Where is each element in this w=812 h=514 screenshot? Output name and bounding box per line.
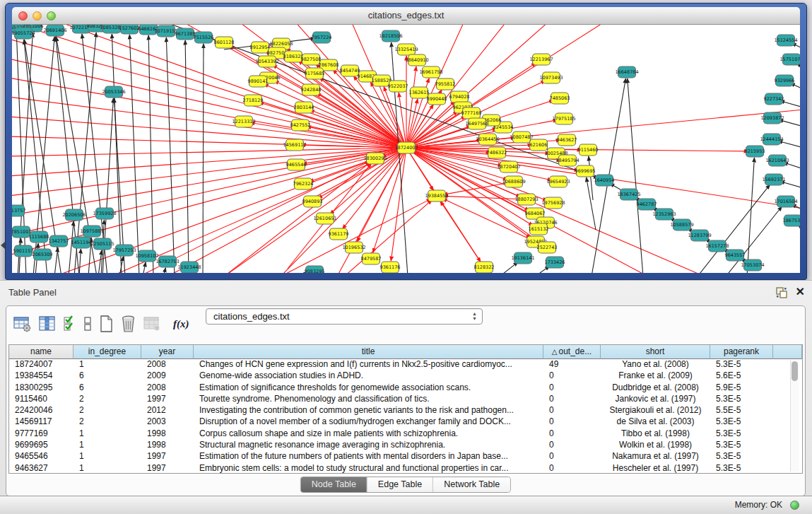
table-cell[interactable]: 5.3E-5 (710, 428, 773, 439)
delete-column-icon[interactable] (120, 315, 136, 333)
graph-node[interactable]: 2718129 (243, 95, 264, 106)
table-cell[interactable]: 5.3E-5 (710, 393, 773, 404)
table-row[interactable]: 977716911998Corpus callosum shape and si… (9, 428, 802, 439)
graph-node[interactable]: 16210643 (765, 155, 789, 166)
graph-node[interactable]: 17975185 (552, 113, 575, 124)
table-cell[interactable]: 19384554 (9, 370, 73, 381)
graph-node[interactable]: 15692371 (762, 174, 785, 185)
table-cell[interactable]: 5.3E-5 (710, 462, 773, 474)
scrollbar-thumb[interactable] (792, 361, 798, 381)
table-cell[interactable]: 5.3E-5 (710, 358, 773, 370)
table-row[interactable]: 1938455462009Genome-wide association stu… (9, 370, 802, 381)
graph-node[interactable]: 2065309 (33, 249, 53, 260)
table-cell[interactable]: Yano et al. (2008) (601, 358, 710, 370)
table-cell[interactable]: 2012 (141, 404, 194, 416)
panel-collapse-arrow-icon[interactable] (1, 242, 5, 249)
table-cell[interactable]: Tourette syndrome. Phenomenology and cla… (194, 393, 543, 404)
graph-node[interactable]: 19756928 (541, 197, 565, 209)
graph-node[interactable]: 12352963 (652, 209, 676, 220)
table-cell[interactable]: 1997 (141, 462, 194, 474)
table-cell[interactable]: 5.3E-5 (710, 450, 773, 462)
table-cell[interactable]: 6 (73, 382, 141, 393)
graph-node[interactable]: 16961758 (419, 66, 442, 78)
graph-node[interactable]: 1451194 (71, 237, 92, 248)
table-cell[interactable]: 2008 (141, 358, 194, 370)
table-cell[interactable]: Dudbridge et al. (2008) (601, 382, 710, 393)
graph-node[interactable]: 8479587 (361, 253, 382, 264)
graph-node[interactable]: 17016504 (774, 196, 797, 207)
graph-node[interactable]: 20364456 (476, 134, 499, 145)
table-cell[interactable]: 0 (543, 450, 601, 462)
graph-node[interactable]: 9890141 (248, 76, 269, 87)
graph-node[interactable]: 6794028 (449, 91, 470, 103)
network-canvas[interactable]: 2065328778510061905572420691406107221559… (12, 25, 800, 273)
table-cell[interactable]: Estimation of significance thresholds fo… (194, 382, 543, 393)
table-row[interactable]: 2242004622012Investigating the contribut… (9, 404, 802, 416)
close-panel-icon[interactable]: ✕ (796, 285, 805, 298)
graph-node[interactable]: 9242848 (301, 84, 322, 95)
table-cell[interactable]: Embryonic stem cells: a model to study s… (194, 462, 543, 474)
zoom-button[interactable] (47, 11, 56, 21)
table-row[interactable]: 1830029562008Estimation of significance … (9, 382, 802, 393)
table-vertical-scrollbar[interactable] (790, 360, 799, 472)
graph-node[interactable]: 9463627 (557, 134, 577, 146)
table-cell[interactable]: 9465546 (9, 450, 73, 462)
graph-node[interactable]: 18495794 (555, 155, 579, 166)
table-cell[interactable]: 18300295 (9, 382, 73, 393)
column-header-short[interactable]: short (601, 345, 710, 359)
table-cell[interactable]: 9115460 (9, 393, 73, 404)
column-header-out-degree[interactable]: △out_de... (543, 345, 601, 359)
graph-node[interactable]: 20691406 (43, 25, 66, 36)
table-cell[interactable]: Stergiakouli et al. (2012) (601, 404, 710, 416)
table-row[interactable]: 1872400712008Changes of HCN gene express… (9, 358, 802, 370)
graph-node[interactable]: 16157278 (705, 240, 729, 252)
table-cell[interactable]: 0 (543, 382, 601, 393)
graph-node[interactable]: 1733426 (545, 257, 565, 268)
column-header-name[interactable]: name (9, 345, 73, 359)
select-all-icon[interactable] (63, 315, 77, 332)
graph-node[interactable]: 18367425 (617, 189, 640, 200)
table-cell[interactable]: 1998 (141, 428, 194, 439)
table-cell[interactable]: 9777169 (9, 428, 73, 439)
table-cell[interactable]: 1997 (141, 450, 194, 462)
table-cell[interactable]: 6 (73, 370, 141, 381)
table-row[interactable]: 946554611997Estimation of the future num… (9, 450, 802, 462)
graph-node[interactable]: 9522037 (388, 81, 408, 92)
graph-node[interactable]: 8427552 (290, 119, 311, 131)
graph-node[interactable]: 11923448 (177, 262, 201, 273)
graph-node[interactable]: 8940893 (302, 196, 323, 207)
graph-node[interactable]: 12505115 (90, 238, 114, 250)
graph-node[interactable]: 10975887 (80, 226, 103, 237)
table-cell[interactable]: 22420046 (9, 404, 73, 416)
table-cell[interactable]: Hescheler et al. (1997) (601, 462, 710, 474)
graph-node[interactable]: 9227342 (764, 93, 784, 105)
column-header-title[interactable]: title (194, 345, 543, 359)
graph-node[interactable]: 7485063 (550, 93, 570, 104)
graph-node[interactable]: 8601128 (214, 37, 235, 48)
graph-node[interactable]: 7957224 (312, 32, 332, 43)
graph-node[interactable]: 1342757 (49, 235, 69, 247)
table-row[interactable]: 1456911722003Disruption of a novel membe… (9, 416, 802, 427)
graph-node[interactable]: 2803144 (294, 102, 314, 113)
deselect-all-icon[interactable] (83, 315, 92, 332)
table-cell[interactable]: 0 (543, 462, 601, 474)
table-cell[interactable]: 9699695 (9, 439, 73, 450)
table-cell[interactable]: 1997 (141, 393, 194, 404)
graph-node[interactable]: 12213967 (529, 54, 553, 65)
graph-node[interactable]: 16497568 (465, 118, 488, 129)
graph-node[interactable]: 15751074 (779, 54, 800, 65)
table-row[interactable]: 911546021997Tourette syndrome. Phenomeno… (9, 393, 802, 404)
graph-node[interactable]: 12444154 (760, 134, 783, 145)
graph-node[interactable]: 18724007 (394, 142, 418, 153)
table-cell[interactable]: 49 (543, 358, 601, 370)
table-cell[interactable]: Nakamura et al. (1997) (601, 450, 710, 462)
table-cell[interactable]: 2003 (141, 416, 194, 427)
graph-node[interactable]: 13325419 (394, 44, 418, 55)
graph-node[interactable]: 8128322 (474, 262, 495, 273)
table-cell[interactable]: Investigating the contribution of common… (194, 404, 543, 416)
graph-node[interactable]: 19654923 (546, 176, 570, 187)
graph-node[interactable]: 10688609 (502, 176, 525, 187)
table-row[interactable]: 946362711997Embryonic stem cells: a mode… (9, 462, 802, 474)
table-cell[interactable]: 18724007 (9, 358, 73, 370)
graph-node[interactable]: 1615132 (529, 223, 549, 235)
